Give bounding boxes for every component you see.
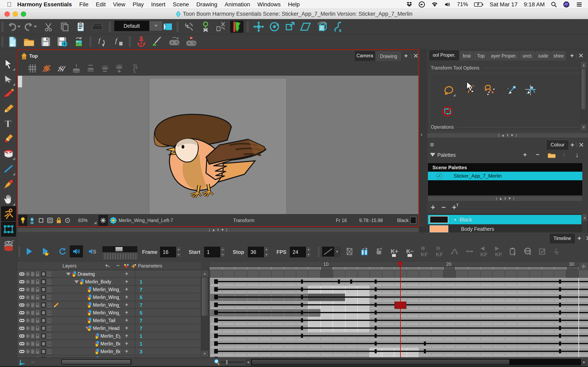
toolbar2-drag-handle[interactable] [1,36,4,48]
tab-colour[interactable]: Colour [546,140,569,150]
keyframe-marker[interactable] [214,279,218,284]
layer-row-merlin_head[interactable]: Merlin_Head+7 [17,324,201,332]
fps-value[interactable]: 24 [290,247,306,257]
add-parameter-icon[interactable]: + [125,294,128,300]
layers-scroll-up-icon[interactable]: ▲ [201,270,208,277]
onion-skin-after-icon[interactable] [55,63,68,75]
add-parameter-icon[interactable]: + [125,348,128,355]
tab-timeline[interactable]: Timeline [549,233,575,243]
collapse-panel-icon[interactable]: ‹ [421,131,423,138]
delete-drawing-icon[interactable] [344,245,355,257]
swatch-row-body-feathers[interactable]: Body Feathers [428,224,581,233]
snap-all-icon[interactable] [523,83,537,97]
hand-tool-icon[interactable] [1,192,16,206]
keyframe-marker[interactable] [214,349,218,354]
checkbox-tool-icon[interactable] [536,245,548,257]
rotate-tool-button[interactable] [268,21,281,33]
copy-button[interactable] [58,21,71,33]
export-images-button[interactable] [72,36,85,48]
tab-ayerproper[interactable]: ayer Proper. [488,51,519,60]
remove-palette-button[interactable]: − [536,151,540,158]
palette-up-icon[interactable]: ↑ [562,151,566,159]
expand-collapse-icon[interactable] [66,273,71,276]
keyframe-marker[interactable] [214,295,218,299]
onion-skin-before-icon[interactable] [41,63,53,75]
close-gap-button[interactable] [199,21,212,33]
anchor-button[interactable] [135,36,148,48]
layer-name[interactable]: Merlin_Wing_Arm [93,310,120,316]
menu-date[interactable]: Sat Mar 17 [490,1,518,8]
layer-toggles[interactable] [19,357,52,357]
layers-scroll-down-icon[interactable]: ▼ [201,350,208,357]
tab-iuide[interactable]: iuide [536,51,551,60]
sound-scrubbing-button[interactable]: S [86,245,99,257]
menu-item-play[interactable]: Play [133,1,144,8]
keyframe-marker[interactable] [559,303,561,307]
close-panel-tab-button[interactable]: ✕ [578,52,584,59]
onion-skin-icon[interactable] [522,245,533,257]
play-button[interactable] [23,245,35,257]
palette-down-icon[interactable]: ↓ [575,151,579,159]
show-hidden-layers-icon[interactable] [19,359,26,365]
keyframe-marker[interactable] [375,280,377,284]
drawing-substitution-value[interactable]: 5 [140,310,142,316]
view-side-handle[interactable] [18,76,22,87]
stop-up-icon[interactable]: ▲ [264,247,269,252]
vertical-splitter[interactable]: ‹ [419,49,427,227]
keyframe-marker[interactable] [214,310,218,315]
timeline-tracks[interactable] [210,270,588,357]
ruler-resize-widget[interactable]: ‹|› [579,262,588,270]
active-tool-button[interactable] [230,21,243,33]
cut-button[interactable] [42,21,55,33]
zoom-level[interactable]: 83% [78,215,87,226]
menu-item-animation[interactable]: Animation [225,1,250,8]
start-value[interactable]: 1 [204,247,220,257]
paste-button[interactable] [75,21,87,33]
keyframe-marker[interactable] [214,303,218,307]
add-texture-button[interactable]: +T [452,203,458,212]
workspace-dropdown-icon[interactable] [149,21,163,31]
add-parameter-icon[interactable]: + [125,340,128,347]
keyframe-marker[interactable] [301,326,303,330]
menu-item-view[interactable]: View [113,1,125,8]
volume-slider[interactable] [103,246,137,252]
keyframe-marker[interactable] [375,349,377,353]
drawing-substitution-value[interactable]: 1 [140,341,142,347]
show-workspace-button[interactable] [161,21,174,33]
reset-view-icon[interactable] [63,215,72,226]
keyframe-marker[interactable] [301,287,303,291]
skew-tool-button[interactable] [299,21,312,33]
menu-item-scene[interactable]: Scene [173,1,189,8]
translate-tool-button[interactable] [252,21,265,33]
close-scene-button[interactable] [91,21,104,33]
swatch-color-box[interactable] [430,225,448,233]
add-peg-icon[interactable] [131,264,137,269]
zoom-window-button[interactable] [21,11,26,17]
right-panel-splitter[interactable]: |▲‖▼| [427,133,588,138]
drawing-substitution-value[interactable]: 3 [140,349,142,355]
matte-view-icon[interactable] [37,215,45,226]
motion-ease-icon[interactable] [449,245,460,257]
lock-icon[interactable] [55,215,63,226]
siri-icon[interactable] [563,1,570,8]
keyframe-marker[interactable] [424,349,426,353]
tab-unct[interactable]: unct. [520,51,535,60]
timeline-zoom-handle[interactable] [226,360,227,364]
keyframe-marker[interactable] [559,287,561,291]
keyframe-marker[interactable] [375,326,377,330]
sound-button[interactable] [70,245,83,257]
layer-name[interactable]: Merlin_Head [93,325,120,331]
layer-name[interactable]: Merlin_Beak [100,341,120,347]
light-table-icon[interactable] [18,215,27,226]
close-window-button[interactable] [4,11,10,17]
animate-mode-icon[interactable] [1,206,16,221]
keyframe-marker[interactable] [375,342,377,346]
layer-toggles[interactable] [19,325,52,332]
layer-name[interactable]: Merlin_Eye [100,333,120,339]
keyframe-marker[interactable] [301,295,303,299]
tracks-scroll-left-icon[interactable]: ◀ [245,359,251,365]
keyframe-marker[interactable] [559,310,561,315]
add-parameter-icon[interactable]: + [125,286,128,292]
redo-dropdown-icon[interactable] [32,21,38,33]
menu-item-drawing[interactable]: Drawing [196,1,217,8]
